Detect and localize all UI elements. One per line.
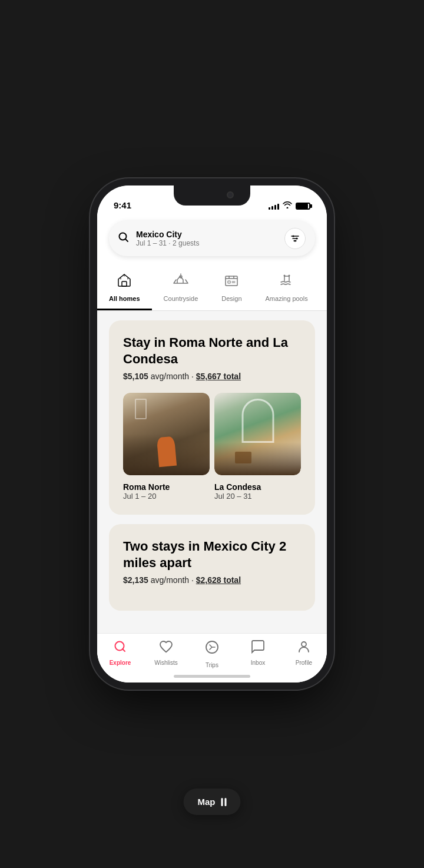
- svg-point-2: [296, 238, 298, 240]
- stay-card-1-title: Stay in Roma Norte and La Condesa: [123, 334, 301, 367]
- home-indicator: [174, 675, 250, 678]
- category-tabs: All homes Countryside: [97, 263, 327, 311]
- stay-locations-1: Roma Norte Jul 1 – 20 La Condesa Jul 20 …: [123, 482, 301, 501]
- status-time: 9:41: [114, 200, 131, 210]
- price-total: $5,667 total: [196, 372, 241, 381]
- stay-card-1-price: $5,105 avg/month · $5,667 total: [123, 372, 301, 381]
- photo-roma-norte: [123, 393, 210, 475]
- filter-button[interactable]: [284, 228, 306, 249]
- nav-wishlists-label: Wishlists: [154, 660, 177, 666]
- location-roma-norte-dates: Jul 1 – 20: [123, 492, 210, 501]
- home-icon: [117, 273, 132, 291]
- card2-price-total: $2,628 total: [196, 575, 241, 585]
- photos-grid-1: [123, 393, 301, 475]
- location-la-condesa: La Condesa Jul 20 – 31: [214, 482, 301, 501]
- stay-card-2-price: $2,135 avg/month · $2,628 total: [123, 575, 301, 585]
- tab-all-homes-label: All homes: [109, 295, 140, 302]
- nav-explore-label: Explore: [110, 660, 131, 666]
- stay-card-2[interactable]: Two stays in Mexico City 2 miles apart $…: [109, 524, 315, 611]
- pools-icon: [279, 273, 294, 291]
- search-text-block: Mexico City Jul 1 – 31 · 2 guests: [136, 230, 277, 247]
- tab-design-label: Design: [221, 295, 241, 302]
- nav-trips[interactable]: Trips: [189, 640, 235, 668]
- tab-countryside[interactable]: Countryside: [152, 268, 210, 310]
- nav-explore[interactable]: Explore: [97, 640, 143, 666]
- location-la-condesa-dates: Jul 20 – 31: [214, 492, 301, 501]
- tab-countryside-label: Countryside: [164, 295, 198, 302]
- explore-icon: [113, 640, 127, 657]
- search-location: Mexico City: [136, 230, 277, 239]
- tab-all-homes[interactable]: All homes: [97, 268, 152, 310]
- design-icon: [224, 273, 239, 291]
- cards-area: Stay in Roma Norte and La Condesa $5,105…: [97, 311, 327, 664]
- tab-amazing-pools[interactable]: Amazing pools: [254, 268, 320, 310]
- search-bar[interactable]: Mexico City Jul 1 – 31 · 2 guests: [109, 221, 315, 256]
- svg-point-11: [302, 642, 306, 647]
- svg-rect-7: [228, 281, 230, 283]
- nav-wishlists[interactable]: Wishlists: [143, 640, 189, 666]
- price-unit: avg/month: [151, 372, 189, 381]
- svg-point-3: [294, 240, 296, 242]
- search-icon: [118, 232, 129, 245]
- notch: [174, 185, 250, 206]
- countryside-icon: [173, 273, 188, 291]
- trips-icon: [204, 640, 220, 660]
- stay-card-2-title: Two stays in Mexico City 2 miles apart: [123, 538, 301, 571]
- svg-rect-6: [226, 276, 237, 286]
- price-avg: $5,105: [123, 372, 148, 381]
- profile-icon: [297, 640, 311, 657]
- inbox-icon: [251, 640, 265, 657]
- nav-profile[interactable]: Profile: [281, 640, 327, 666]
- notch-camera: [227, 191, 234, 198]
- status-icons: [269, 201, 310, 210]
- nav-profile-label: Profile: [296, 660, 312, 666]
- photo-la-condesa: [214, 393, 301, 475]
- search-details: Jul 1 – 31 · 2 guests: [136, 239, 277, 247]
- wifi-icon: [283, 201, 292, 210]
- svg-point-1: [293, 236, 294, 237]
- card2-price-avg: $2,135: [123, 575, 148, 585]
- tab-design[interactable]: Design: [210, 268, 253, 310]
- svg-rect-4: [122, 281, 127, 286]
- tab-amazing-pools-label: Amazing pools: [266, 295, 308, 302]
- battery-icon: [296, 203, 310, 210]
- svg-point-9: [288, 275, 290, 277]
- search-bar-container: Mexico City Jul 1 – 31 · 2 guests: [97, 215, 327, 263]
- stay-card-1[interactable]: Stay in Roma Norte and La Condesa $5,105…: [109, 320, 315, 515]
- nav-trips-label: Trips: [206, 662, 218, 668]
- signal-icon: [269, 203, 279, 210]
- phone-screen: 9:41: [97, 185, 327, 683]
- location-roma-norte-name: Roma Norte: [123, 482, 210, 492]
- svg-point-8: [283, 275, 285, 277]
- nav-inbox-label: Inbox: [251, 660, 265, 666]
- screen-content[interactable]: Mexico City Jul 1 – 31 · 2 guests: [97, 215, 327, 683]
- location-roma-norte: Roma Norte Jul 1 – 20: [123, 482, 210, 501]
- phone-frame: 9:41: [97, 185, 327, 683]
- wishlists-icon: [159, 640, 173, 657]
- nav-inbox[interactable]: Inbox: [235, 640, 281, 666]
- location-la-condesa-name: La Condesa: [214, 482, 301, 492]
- card2-price-unit: avg/month: [151, 575, 189, 585]
